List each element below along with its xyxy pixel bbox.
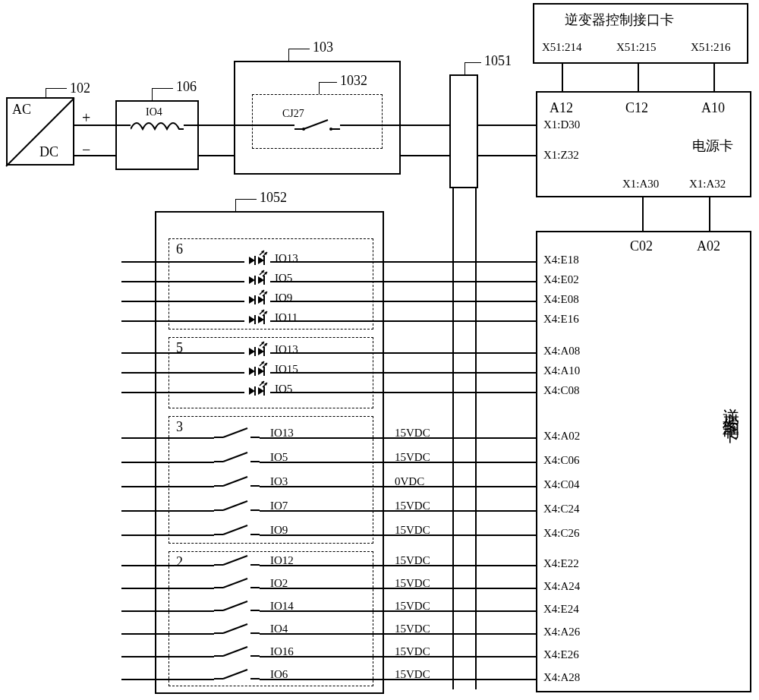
row-stub-left — [121, 281, 168, 282]
svg-line-74 — [223, 525, 247, 534]
switch-icon — [214, 623, 260, 638]
leader-106 — [152, 88, 173, 100]
ref-103: 103 — [313, 39, 333, 55]
svg-marker-15 — [258, 276, 264, 284]
ctrl-pin: X4:C08 — [543, 384, 580, 397]
switch-icon — [214, 500, 260, 515]
row-line — [168, 633, 214, 635]
svg-point-4 — [329, 128, 332, 131]
group-6 — [168, 238, 373, 330]
row-line — [168, 462, 214, 463]
rail-bot — [478, 155, 536, 156]
bus-right — [475, 188, 477, 689]
ctrl-top-1: A02 — [697, 238, 720, 254]
switch-icon — [214, 475, 260, 490]
svg-marker-13 — [249, 276, 255, 284]
switch-icon — [214, 524, 260, 539]
svg-line-86 — [223, 624, 247, 633]
leader-1052 — [235, 199, 257, 211]
svg-marker-5 — [249, 257, 255, 264]
ctrl-pin: X4:A28 — [543, 671, 580, 684]
row-stub-left — [121, 352, 168, 354]
ctrl-pin: X4:C24 — [543, 503, 580, 516]
leader-1051 — [465, 62, 481, 74]
svg-marker-31 — [258, 316, 264, 323]
power-left-1: X1:Z32 — [543, 149, 579, 162]
switch-icon — [214, 645, 260, 661]
row-line-mid — [260, 565, 384, 566]
row-stub-left — [121, 486, 168, 487]
svg-line-65 — [223, 452, 247, 462]
svg-line-83 — [223, 601, 247, 610]
coil-in — [115, 125, 131, 126]
svg-line-89 — [223, 647, 247, 656]
group-2 — [168, 551, 373, 686]
svg-line-77 — [223, 556, 247, 565]
row-line-r — [270, 281, 536, 282]
leader-102 — [46, 88, 67, 97]
svg-marker-29 — [249, 316, 255, 323]
row-line-r — [384, 633, 536, 635]
ctrl-pin: X4:E18 — [543, 254, 579, 266]
row-line — [168, 281, 244, 282]
row-line — [168, 588, 214, 589]
row-line — [168, 565, 214, 566]
row-stub-left — [121, 565, 168, 566]
row-stub-left — [121, 437, 168, 439]
row-line-r — [384, 462, 536, 463]
svg-marker-45 — [249, 367, 255, 375]
row-stub-left — [121, 301, 168, 302]
acdc-ac: AC — [12, 102, 31, 118]
row-stub-left — [121, 633, 168, 635]
junction-1051 — [449, 74, 478, 188]
led-icon — [244, 384, 270, 398]
row-line-r — [384, 610, 536, 612]
power-bot-1: X1:A32 — [689, 178, 726, 191]
svg-marker-53 — [249, 387, 255, 395]
row-stub-left — [121, 320, 168, 322]
ref-102: 102 — [70, 80, 90, 96]
svg-marker-39 — [258, 348, 264, 355]
iface-pin-1: X51:215 — [616, 41, 657, 54]
rail-top — [478, 125, 536, 126]
row-line-mid — [260, 486, 384, 487]
iface-v0 — [562, 64, 563, 91]
led-icon — [244, 364, 270, 378]
wire-plus — [74, 125, 115, 126]
row-stub-left — [121, 534, 168, 536]
row-line — [168, 392, 244, 393]
row-line — [168, 656, 214, 657]
svg-marker-47 — [258, 367, 264, 375]
row-line-mid — [260, 610, 384, 612]
switch-icon — [214, 577, 260, 592]
row-line-r — [384, 510, 536, 512]
row-line — [168, 301, 244, 302]
svg-marker-37 — [249, 348, 255, 355]
ctrl-pin: X4:E08 — [543, 293, 579, 306]
row-line — [168, 510, 214, 512]
bus-left — [452, 188, 454, 689]
io-label: IO13 — [275, 343, 298, 356]
power-top-2: A10 — [701, 100, 725, 116]
row-line-r — [270, 352, 536, 354]
ref-1052: 1052 — [260, 190, 287, 206]
leader-103 — [288, 49, 310, 61]
ref-1032: 1032 — [340, 73, 367, 89]
ref-106: 106 — [176, 79, 197, 95]
row-line-r — [384, 565, 536, 566]
svg-marker-21 — [249, 296, 255, 304]
wire-top-1 — [199, 125, 234, 126]
sw-out — [340, 125, 401, 126]
row-line-mid — [260, 679, 384, 680]
ctrl-pin: X4:A24 — [543, 580, 580, 593]
contactor-switch — [294, 118, 340, 134]
row-line-r — [384, 534, 536, 536]
row-line-r — [384, 588, 536, 589]
iface-pin-2: X51:216 — [691, 41, 731, 54]
row-stub-left — [121, 261, 168, 263]
row-line-r — [384, 679, 536, 680]
switch-icon — [214, 554, 260, 569]
iface-v2 — [713, 64, 715, 91]
sw-in — [234, 125, 294, 126]
row-line — [168, 437, 214, 439]
